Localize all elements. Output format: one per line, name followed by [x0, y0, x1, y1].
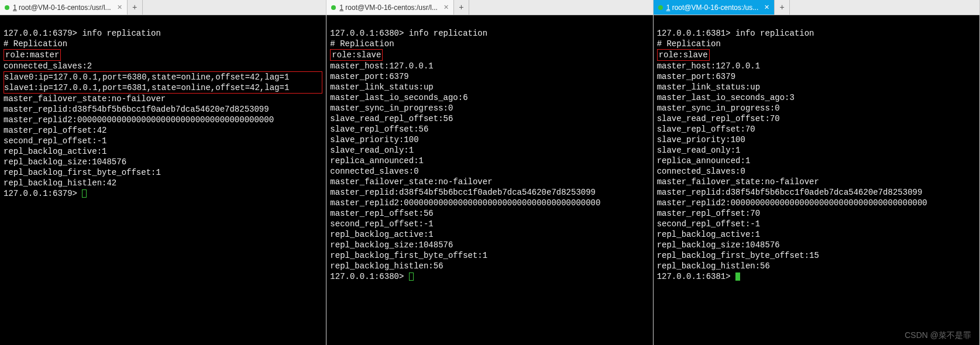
output-line: slave_read_repl_offset:70 [657, 114, 780, 123]
output-line: # Replication [657, 39, 721, 49]
terminal-output[interactable]: 127.0.0.1:6381> info replication # Repli… [654, 15, 979, 345]
output-line: master_repl_offset:56 [330, 209, 433, 218]
output-line: master_replid2:0000000000000000000000000… [330, 198, 600, 208]
output-line: master_replid2:0000000000000000000000000… [4, 115, 274, 125]
tab-session[interactable]: 1 root@VM-0-16-centos:/usr/l... ✕ [326, 0, 454, 15]
tab-session[interactable]: 1 root@VM-0-16-centos:/us... ✕ [654, 0, 775, 15]
output-line: repl_backlog_first_byte_offset:15 [657, 251, 819, 260]
output-line: master_last_io_seconds_ago:3 [657, 93, 795, 102]
output-line: repl_backlog_histlen:56 [330, 261, 443, 271]
terminal-output[interactable]: 127.0.0.1:6380> info replication # Repli… [326, 15, 652, 345]
output-line: master_replid:d38f54bf5b6bcc1f0adeb7dca5… [4, 105, 269, 114]
prompt: 127.0.0.1:6379> [4, 29, 82, 38]
output-line: master_replid:d38f54bf5b6bcc1f0adeb7dca5… [330, 188, 596, 197]
close-icon[interactable]: ✕ [443, 4, 449, 11]
output-line: master_link_status:up [657, 82, 760, 92]
output-line: slave_priority:100 [657, 135, 745, 144]
tabbar: 1 root@VM-0-16-centos:/us... ✕ + [654, 0, 979, 15]
output-line: repl_backlog_histlen:56 [657, 261, 770, 271]
output-line: # Replication [330, 39, 394, 49]
close-icon[interactable]: ✕ [117, 4, 122, 11]
output-line: slave_read_only:1 [657, 146, 741, 155]
slave-highlight: slave0:ip=127.0.0.1,port=6380,state=onli… [4, 71, 322, 94]
output-line: master_failover_state:no-failover [330, 177, 492, 187]
output-line: slave_read_only:1 [330, 146, 414, 155]
role-highlight: role:master [4, 49, 61, 61]
new-tab-button[interactable]: + [775, 0, 790, 15]
prompt: 127.0.0.1:6381> [657, 29, 735, 38]
output-line: slave_read_repl_offset:56 [330, 114, 453, 123]
output-line: # Replication [4, 39, 67, 49]
command: info replication [409, 29, 487, 38]
output-line: master_failover_state:no-failover [4, 94, 166, 104]
output-line: connected_slaves:0 [657, 167, 745, 176]
output-line: master_host:127.0.0.1 [657, 61, 760, 71]
prompt: 127.0.0.1:6379> [4, 189, 82, 198]
role-highlight: role:slave [330, 49, 383, 61]
output-line: repl_backlog_size:1048576 [4, 157, 126, 167]
status-dot-icon [658, 5, 663, 10]
status-dot-icon [331, 5, 336, 10]
output-line: second_repl_offset:-1 [330, 219, 433, 229]
output-line: repl_backlog_histlen:42 [4, 178, 116, 188]
prompt: 127.0.0.1:6380> [330, 272, 408, 281]
output-line: repl_backlog_first_byte_offset:1 [330, 251, 487, 260]
output-line: replica_announced:1 [330, 156, 424, 165]
tabbar: 1 root@VM-0-16-centos:/usr/l... ✕ + [0, 0, 326, 15]
new-tab-button[interactable]: + [454, 0, 469, 15]
tab-title: 1 root@VM-0-16-centos:/usr/l... [13, 4, 111, 12]
tabbar: 1 root@VM-0-16-centos:/usr/l... ✕ + [326, 0, 652, 15]
output-line: second_repl_offset:-1 [657, 219, 760, 229]
tab-title: 1 root@VM-0-16-centos:/usr/l... [339, 4, 438, 12]
output-line: master_replid:d38f54bf5b6bcc1f0adeb7dca5… [657, 188, 923, 197]
tab-title: 1 root@VM-0-16-centos:/us... [666, 4, 759, 12]
terminal-pane-1: 1 root@VM-0-16-centos:/usr/l... ✕ + 127.… [326, 0, 653, 345]
output-line: master_repl_offset:70 [657, 209, 760, 218]
output-line: master_link_status:up [330, 82, 433, 92]
output-line: repl_backlog_active:1 [4, 147, 106, 156]
new-tab-button[interactable]: + [128, 0, 143, 15]
tab-session[interactable]: 1 root@VM-0-16-centos:/usr/l... ✕ [0, 0, 128, 15]
terminal-pane-2: 1 root@VM-0-16-centos:/us... ✕ + 127.0.0… [654, 0, 980, 345]
output-line: master_failover_state:no-failover [657, 177, 819, 187]
command: info replication [82, 29, 160, 38]
output-line: master_port:6379 [657, 72, 735, 81]
cursor-icon [409, 272, 414, 281]
output-line: master_last_io_seconds_ago:6 [330, 93, 467, 102]
output-line: second_repl_offset:-1 [4, 136, 106, 146]
prompt: 127.0.0.1:6380> [330, 29, 408, 38]
output-line: repl_backlog_size:1048576 [657, 240, 780, 250]
output-line: master_host:127.0.0.1 [330, 61, 433, 71]
cursor-icon [735, 272, 740, 281]
output-line: repl_backlog_size:1048576 [330, 240, 453, 250]
prompt: 127.0.0.1:6381> [657, 272, 735, 281]
output-line: connected_slaves:0 [330, 167, 418, 176]
output-line: master_repl_offset:42 [4, 126, 106, 135]
terminal-output[interactable]: 127.0.0.1:6379> info replication # Repli… [0, 15, 326, 345]
output-line: replica_announced:1 [657, 156, 751, 165]
output-line: slave_repl_offset:70 [657, 125, 755, 134]
close-icon[interactable]: ✕ [764, 4, 769, 11]
cursor-icon [82, 189, 87, 198]
output-line: repl_backlog_active:1 [657, 230, 760, 239]
status-dot-icon [5, 5, 9, 10]
output-line: master_sync_in_progress:0 [330, 104, 453, 113]
output-line: slave_repl_offset:56 [330, 125, 428, 134]
role-highlight: role:slave [657, 49, 710, 61]
output-line: repl_backlog_first_byte_offset:1 [4, 168, 161, 177]
command: info replication [735, 29, 814, 38]
output-line: master_sync_in_progress:0 [657, 104, 780, 113]
terminal-pane-0: 1 root@VM-0-16-centos:/usr/l... ✕ + 127.… [0, 0, 326, 345]
output-line: slave_priority:100 [330, 135, 418, 144]
output-line: repl_backlog_active:1 [330, 230, 433, 239]
watermark: CSDN @菜不是罪 [905, 330, 971, 340]
output-line: master_port:6379 [330, 72, 408, 81]
output-line: master_replid2:0000000000000000000000000… [657, 198, 927, 208]
output-line: connected_slaves:2 [4, 61, 92, 71]
